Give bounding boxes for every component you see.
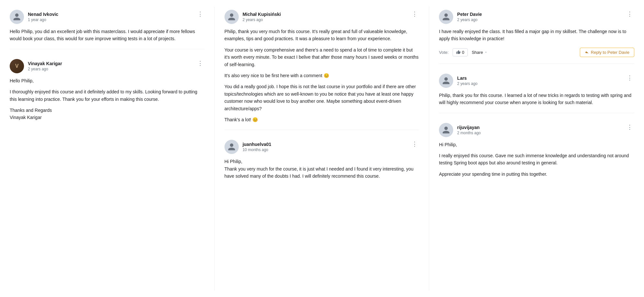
comment-paragraph: You did a really good job. I hope this i… — [224, 83, 420, 112]
comment-header: rijuvijayan2 months ago⋮ — [439, 123, 634, 137]
comment-paragraph: Philip, thank you very much for this cou… — [224, 28, 420, 42]
more-options-button[interactable]: ⋮ — [196, 10, 205, 18]
comment-card: rijuvijayan2 months ago⋮Hi Philip,I real… — [439, 123, 634, 178]
comment-user: Nenad Ivkovic1 year ago — [10, 10, 58, 24]
user-name: Vinayak Karigar — [28, 61, 62, 66]
more-options-button[interactable]: ⋮ — [410, 10, 419, 18]
user-info: rijuvijayan2 months ago — [457, 125, 481, 135]
comment-header: Michał Kupisiński2 years ago⋮ — [224, 10, 420, 24]
comment-body: I have really enjoyed the class. It has … — [439, 28, 634, 42]
comment-user: Peter Davie2 years ago — [439, 10, 482, 24]
more-options-button[interactable]: ⋮ — [626, 123, 634, 131]
avatar — [439, 74, 453, 88]
user-info: Peter Davie2 years ago — [457, 12, 482, 22]
comment-header: Lars2 years ago⋮ — [439, 74, 634, 88]
comment-paragraph: I really enjoyed this course. Gave me su… — [439, 152, 634, 167]
comment-time: 2 years ago — [457, 81, 477, 86]
comment-paragraph: Appreciate your spending time in putting… — [439, 171, 634, 178]
share-button[interactable]: Share — [472, 50, 488, 55]
comment-header: VVinayak Karigar2 years ago⋮ — [10, 59, 205, 73]
comments-page: Nenad Ivkovic1 year ago⋮Hello Philip, yo… — [0, 0, 644, 297]
user-name: juanhuelva01 — [243, 142, 271, 147]
comment-time: 2 years ago — [28, 67, 62, 71]
comment-paragraph: Philip, thank you for this course. I lea… — [439, 92, 634, 106]
avatar — [224, 140, 239, 154]
comment-time: 2 years ago — [243, 18, 281, 22]
more-options-button[interactable]: ⋮ — [410, 140, 419, 148]
avatar — [224, 10, 239, 24]
comment-body: Philip, thank you for this course. I lea… — [439, 92, 634, 106]
avatar — [10, 10, 24, 24]
user-name: rijuvijayan — [457, 125, 481, 130]
comment-time: 2 years ago — [457, 18, 482, 22]
comment-paragraph: Hi Philip, Thank you very much for the c… — [224, 158, 420, 180]
user-name: Lars — [457, 76, 477, 81]
user-info: Nenad Ivkovic1 year ago — [28, 12, 58, 22]
comment-paragraph: Thanks and Regards Vinayak Karigar — [10, 107, 205, 121]
avatar — [439, 10, 453, 24]
comment-paragraph: It's also very nice to be first here wit… — [224, 72, 420, 79]
comment-body: Hi Philip, Thank you very much for the c… — [224, 158, 420, 180]
comment-card: Michał Kupisiński2 years ago⋮Philip, tha… — [224, 10, 420, 130]
comment-paragraph: Hello Philip, — [10, 77, 205, 84]
comment-body: Philip, thank you very much for this cou… — [224, 28, 420, 123]
user-info: Michał Kupisiński2 years ago — [243, 12, 281, 22]
comment-paragraph: I thoroughly enjoyed this course and it … — [10, 88, 205, 103]
user-info: Lars2 years ago — [457, 76, 477, 86]
user-info: juanhuelva0110 months ago — [243, 142, 271, 152]
comment-user: Lars2 years ago — [439, 74, 477, 88]
column-2: Peter Davie2 years ago⋮I have really enj… — [429, 6, 644, 291]
comment-user: rijuvijayan2 months ago — [439, 123, 481, 137]
comment-user: Michał Kupisiński2 years ago — [224, 10, 281, 24]
comment-paragraph: Hi Philip, — [439, 141, 634, 148]
more-options-button[interactable]: ⋮ — [626, 10, 634, 18]
column-1: Michał Kupisiński2 years ago⋮Philip, tha… — [215, 6, 430, 291]
share-label: Share — [472, 50, 483, 55]
reply-label: Reply to Peter Davie — [591, 50, 629, 55]
user-name: Nenad Ivkovic — [28, 12, 58, 17]
user-name: Michał Kupisiński — [243, 12, 281, 17]
comment-paragraph: I have really enjoyed the class. It has … — [439, 28, 634, 42]
comment-paragraph: Thank's a lot! 😊 — [224, 116, 420, 123]
avatar — [439, 123, 453, 137]
reply-button[interactable]: Reply to Peter Davie — [580, 48, 634, 57]
comment-header: Nenad Ivkovic1 year ago⋮ — [10, 10, 205, 24]
column-0: Nenad Ivkovic1 year ago⋮Hello Philip, yo… — [0, 6, 215, 291]
comment-paragraph: Your course is very comprehensive and th… — [224, 46, 420, 68]
comment-card: Peter Davie2 years ago⋮I have really enj… — [439, 10, 634, 64]
comment-body: Hi Philip,I really enjoyed this course. … — [439, 141, 634, 178]
comment-card: VVinayak Karigar2 years ago⋮Hello Philip… — [10, 59, 205, 121]
comment-header: Peter Davie2 years ago⋮ — [439, 10, 634, 24]
comment-user: VVinayak Karigar2 years ago — [10, 59, 62, 73]
comment-time: 1 year ago — [28, 18, 58, 22]
comment-header: juanhuelva0110 months ago⋮ — [224, 140, 420, 154]
comment-time: 10 months ago — [243, 148, 271, 152]
vote-section: Vote:0Share — [439, 48, 488, 56]
comment-body: Hello Philip, you did an excellent job w… — [10, 28, 205, 42]
user-info: Vinayak Karigar2 years ago — [28, 61, 62, 71]
comment-card: juanhuelva0110 months ago⋮Hi Philip, Tha… — [224, 140, 420, 180]
vote-label: Vote: — [439, 50, 449, 55]
user-name: Peter Davie — [457, 12, 482, 17]
vote-count: 0 — [462, 50, 464, 55]
comment-card: Nenad Ivkovic1 year ago⋮Hello Philip, yo… — [10, 10, 205, 49]
more-options-button[interactable]: ⋮ — [196, 59, 205, 67]
comment-card: Lars2 years ago⋮Philip, thank you for th… — [439, 74, 634, 113]
comment-paragraph: Hello Philip, you did an excellent job w… — [10, 28, 205, 42]
vote-button[interactable]: 0 — [453, 48, 468, 56]
avatar: V — [10, 59, 24, 73]
comment-body: Hello Philip,I thoroughly enjoyed this c… — [10, 77, 205, 121]
comment-time: 2 months ago — [457, 131, 481, 135]
comment-user: juanhuelva0110 months ago — [224, 140, 271, 154]
comment-footer: Vote:0ShareReply to Peter Davie — [439, 48, 634, 57]
more-options-button[interactable]: ⋮ — [626, 74, 634, 82]
